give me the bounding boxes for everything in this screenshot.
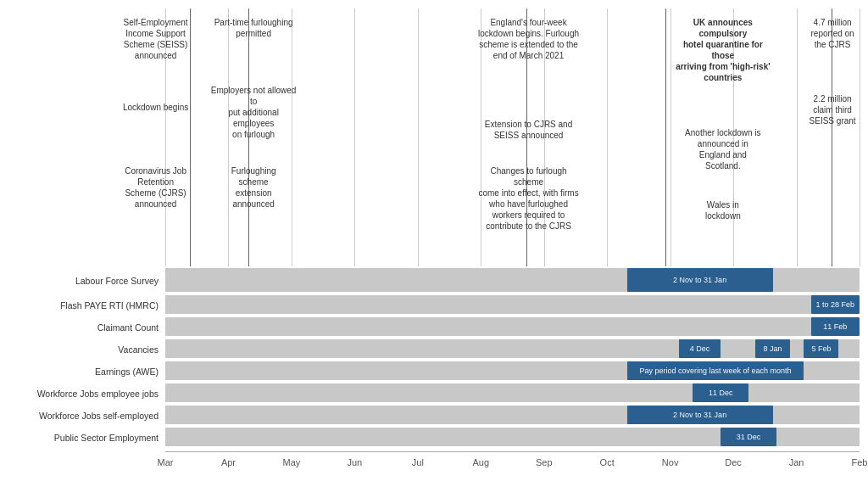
ann-line-text: Self-Employment Income Support xyxy=(124,18,188,38)
grid-line-jul xyxy=(418,8,419,266)
ann-line-text: claim third xyxy=(813,105,852,115)
bar-label: 8 Jan xyxy=(764,344,782,353)
bar-segment-6-0 xyxy=(165,406,627,424)
ann-line-text: lockdown begins. Furlough xyxy=(478,29,579,38)
data-row-5: 11 Dec xyxy=(165,382,860,404)
ann-line-text: England's four-week xyxy=(490,18,566,27)
ann-line-text: scheme is extended to the xyxy=(479,40,578,49)
month-label-jan: Jan xyxy=(789,457,804,467)
ann-line-text: Employers not allowed to xyxy=(211,86,297,106)
chart-container: Labour Force SurveyFlash PAYE RTI (HMRC)… xyxy=(0,0,868,498)
bar-segment-3-4 xyxy=(790,339,804,358)
bar-segment-3-0 xyxy=(165,339,679,358)
bar-segment-3-2 xyxy=(721,339,755,358)
row-label-4: Earnings (AWE) xyxy=(8,361,165,383)
row-label-0: Labour Force Survey xyxy=(8,267,165,294)
ann-line-text: announced xyxy=(232,199,275,209)
bar-segment-2-0 xyxy=(165,317,811,336)
bar-segment-0-2 xyxy=(773,268,860,292)
bar-segment-4-1: Pay period covering last week of each mo… xyxy=(627,361,804,380)
month-label-may: May xyxy=(283,457,301,467)
row-label-5: Workforce Jobs employee jobs xyxy=(8,383,165,405)
ann-line-text: Scheme (SEISS) announced xyxy=(124,40,188,60)
ann-line-text: Lockdown begins xyxy=(123,103,188,112)
annotation-ann3: Coronavirus Job RetentionScheme (CJRS) a… xyxy=(114,165,198,210)
month-label-apr: Apr xyxy=(221,457,236,467)
row-label-7: Public Sector Employment xyxy=(8,427,165,449)
ann-line-text: Wales in xyxy=(707,200,739,210)
bar-segment-1-0 xyxy=(165,295,811,314)
bar-segment-4-2 xyxy=(804,361,860,380)
annotation-ann4: Part-time furloughingpermitted xyxy=(207,17,300,39)
annotation-ann9: Changes to furlough schemecome into effe… xyxy=(478,165,580,232)
annotation-ann5: Employers not allowed toput additional e… xyxy=(207,85,300,140)
annotation-ann13: 4.7 millionreported onthe CJRS xyxy=(790,17,868,50)
data-row-0: 2 Nov to 31 Jan xyxy=(165,266,860,294)
bar-segment-1-1: 1 to 28 Feb xyxy=(811,295,860,314)
ann-line-text: the CJRS xyxy=(815,40,851,49)
ann-line-text: SEISS announced xyxy=(494,131,564,140)
bar-label: 4 Dec xyxy=(690,344,710,353)
grid-line-jun xyxy=(354,8,355,266)
annotation-ann10: UK announces compulsoryhotel quarantine … xyxy=(672,17,774,83)
month-label-sep: Sep xyxy=(536,457,553,467)
annotation-ann2: Lockdown begins xyxy=(114,102,198,113)
month-label-mar: Mar xyxy=(158,457,174,467)
bar-segment-3-6 xyxy=(838,339,860,358)
ann-line-text: SEISS grant xyxy=(810,116,856,126)
row-label-3: Vacancies xyxy=(8,339,165,361)
annotation-ann6: Furloughingschemeextensionannounced xyxy=(207,165,300,210)
month-label-dec: Dec xyxy=(725,457,742,467)
month-label-aug: Aug xyxy=(472,457,489,467)
bar-segment-7-1: 31 Dec xyxy=(721,428,776,446)
ann-line-text: who have furloughed xyxy=(489,199,568,209)
ann-line-text: Changes to furlough scheme xyxy=(491,166,567,187)
bar-segment-2-1: 11 Feb xyxy=(811,317,860,336)
data-row-2: 11 Feb xyxy=(165,316,860,338)
bar-segment-3-1: 4 Dec xyxy=(679,339,721,358)
ann-line-text: 4.7 million xyxy=(814,18,852,27)
bar-label: 5 Feb xyxy=(811,344,831,353)
ann-line-text: reported on xyxy=(811,29,854,38)
ann-line-text: lockdown xyxy=(705,211,741,221)
bar-label: 1 to 28 Feb xyxy=(816,300,855,309)
month-label-jun: Jun xyxy=(347,457,362,467)
ann-line-text: on furlough xyxy=(232,130,275,139)
timeline-area: Self-Employment Income SupportScheme (SE… xyxy=(165,8,860,473)
row-label-6: Workforce Jobs self-employed xyxy=(8,405,165,427)
ann-line-text: arriving from 'high-risk' xyxy=(676,62,770,71)
bar-segment-7-0 xyxy=(165,428,721,446)
grid-line-nov xyxy=(670,8,671,266)
data-row-6: 2 Nov to 31 Jan xyxy=(165,404,860,426)
ann-line-text: Scotland. xyxy=(705,161,741,171)
month-label-nov: Nov xyxy=(662,457,679,467)
ann-line-text: Another lockdown is xyxy=(685,128,761,137)
bar-segment-0-1: 2 Nov to 31 Jan xyxy=(627,268,773,292)
row-labels: Labour Force SurveyFlash PAYE RTI (HMRC)… xyxy=(8,8,165,473)
ann-line-text: announced in xyxy=(698,139,748,148)
ann-line-text: Part-time furloughing xyxy=(214,18,293,27)
bar-segment-4-0 xyxy=(165,361,627,380)
month-label-jul: Jul xyxy=(412,457,424,467)
annotation-ann11: Another lockdown isannounced inEngland a… xyxy=(672,127,774,171)
ann-line-text: hotel quarantine for those xyxy=(683,40,763,60)
row-label-2: Claimant Count xyxy=(8,316,165,339)
data-rows-area: 2 Nov to 31 Jan1 to 28 Feb11 Feb4 Dec8 J… xyxy=(165,266,860,448)
ann-line-text: Extension to CJRS and xyxy=(485,120,572,129)
bar-label: 2 Nov to 31 Jan xyxy=(673,411,726,419)
bar-label: 11 Feb xyxy=(823,322,847,331)
bar-segment-3-5: 5 Feb xyxy=(804,339,838,358)
bar-label: 11 Dec xyxy=(709,389,733,397)
bar-segment-0-0 xyxy=(165,268,627,292)
ann-line-text: Coronavirus Job Retention xyxy=(125,166,186,187)
ann-line-text: UK announces compulsory xyxy=(693,18,753,38)
grid-line-oct xyxy=(607,8,608,266)
annotations-row: Self-Employment Income SupportScheme (SE… xyxy=(165,8,860,266)
bar-segment-3-3: 8 Jan xyxy=(755,339,790,358)
ann-line-text: Scheme (CJRS) announced xyxy=(125,188,186,209)
ann-line-text: 2.2 million xyxy=(814,94,852,104)
ann-line-text: put additional employees xyxy=(228,108,279,128)
ann-line-text: workers required to xyxy=(492,210,565,220)
bar-segment-5-2 xyxy=(748,383,860,402)
bar-label: Pay period covering last week of each mo… xyxy=(639,367,791,375)
